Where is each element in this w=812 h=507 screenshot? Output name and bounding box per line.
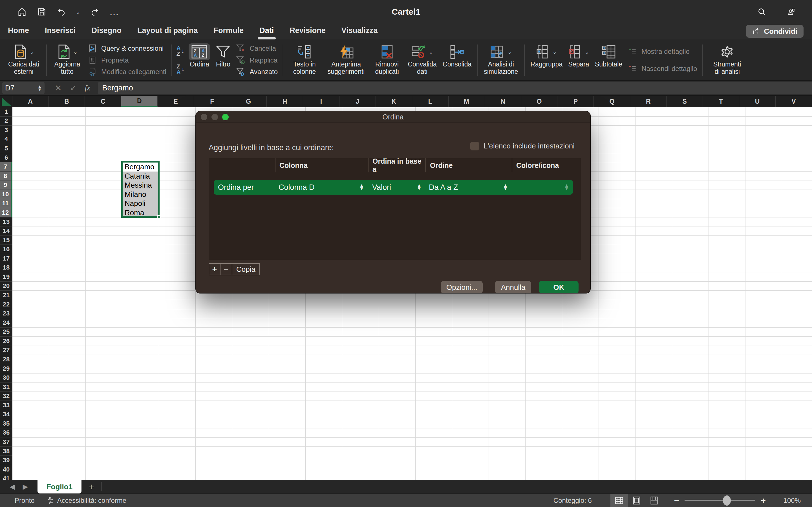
rimuovi-duplicati-button[interactable]: Rimuovi duplicati	[369, 42, 405, 78]
insert-function-icon[interactable]: fx	[85, 83, 90, 93]
redo-icon[interactable]	[89, 6, 100, 17]
row-header-23[interactable]: 23	[0, 309, 12, 318]
row-header-19[interactable]: 19	[0, 272, 12, 282]
column-header-G[interactable]: G	[231, 96, 267, 107]
row-header-10[interactable]: 10	[0, 190, 12, 199]
tab-home[interactable]: Home	[7, 24, 30, 39]
column-header-P[interactable]: P	[557, 96, 594, 107]
prev-sheet-arrow-icon[interactable]: ◀	[10, 483, 15, 491]
sort-level-row[interactable]: Ordina per Colonna D ▲▼ Valori ▲▼ Da A a…	[214, 180, 573, 194]
zoom-in-button[interactable]: +	[761, 496, 766, 505]
share-button[interactable]: Condividi	[746, 25, 804, 38]
row-header-41[interactable]: 41	[0, 474, 12, 480]
tab-visualizza[interactable]: Visualizza	[341, 24, 378, 39]
row-header-4[interactable]: 4	[0, 135, 12, 144]
name-box[interactable]: D7 ▲▼	[2, 82, 45, 94]
column-header-N[interactable]: N	[485, 96, 521, 107]
save-icon[interactable]	[36, 6, 47, 17]
row-header-17[interactable]: 17	[0, 254, 12, 263]
row-header-21[interactable]: 21	[0, 291, 12, 300]
search-icon[interactable]	[756, 6, 767, 17]
sort-az-button[interactable]: AZ↓	[176, 45, 185, 57]
row-header-13[interactable]: 13	[0, 217, 12, 227]
column-header-R[interactable]: R	[630, 96, 666, 107]
contacts-icon[interactable]	[786, 6, 797, 17]
row-header-33[interactable]: 33	[0, 401, 12, 410]
ordina-button[interactable]: ZAAZ Ordina	[186, 42, 213, 78]
column-header-K[interactable]: K	[376, 96, 412, 107]
next-sheet-arrow-icon[interactable]: ▶	[22, 483, 28, 491]
zoom-slider[interactable]	[684, 500, 755, 501]
sort-za-button[interactable]: ZA↓	[176, 64, 185, 75]
column-header-T[interactable]: T	[703, 96, 739, 107]
row-header-14[interactable]: 14	[0, 226, 12, 236]
row-header-5[interactable]: 5	[0, 144, 12, 153]
row-header-36[interactable]: 36	[0, 429, 12, 438]
cell-undefined7[interactable]: Bergamo	[122, 162, 159, 172]
copy-level-button[interactable]: Copia	[232, 263, 260, 275]
zoom-percentage[interactable]: 100%	[775, 497, 801, 504]
ok-button[interactable]: OK	[539, 281, 578, 293]
row-header-8[interactable]: 8	[0, 172, 12, 181]
row-header-7[interactable]: 7	[0, 162, 12, 172]
row-header-34[interactable]: 34	[0, 410, 12, 419]
tab-formule[interactable]: Formule	[213, 24, 245, 39]
row-header-28[interactable]: 28	[0, 355, 12, 364]
more-toolbar-icon[interactable]: …	[109, 6, 120, 17]
options-button[interactable]: Opzioni...	[441, 281, 483, 293]
add-level-button[interactable]: +	[209, 263, 220, 275]
cancel-button[interactable]: Annulla	[495, 281, 531, 293]
row-header-25[interactable]: 25	[0, 328, 12, 337]
normal-view-button[interactable]	[610, 494, 628, 507]
cell-undefined12[interactable]: Roma	[122, 208, 159, 217]
cell-undefined9[interactable]: Messina	[122, 181, 159, 190]
undo-dropdown-chevron-icon[interactable]: ⌄	[75, 8, 81, 15]
avanzato-button[interactable]: Avanzato	[236, 66, 278, 77]
page-layout-view-button[interactable]	[628, 494, 645, 507]
column-header-U[interactable]: U	[739, 96, 776, 107]
formula-input[interactable]: Bergamo	[98, 82, 812, 94]
row-header-35[interactable]: 35	[0, 419, 12, 429]
zoom-window-button[interactable]	[222, 114, 229, 120]
column-header-A[interactable]: A	[12, 96, 49, 107]
convalida-dati-button[interactable]: ⌄ Convalida dati	[405, 42, 440, 78]
column-header-I[interactable]: I	[303, 96, 340, 107]
tab-dati[interactable]: Dati	[259, 24, 274, 39]
add-sheet-button[interactable]: +	[82, 480, 101, 494]
row-header-16[interactable]: 16	[0, 245, 12, 254]
column-header-V[interactable]: V	[776, 96, 812, 107]
column-header-Q[interactable]: Q	[594, 96, 630, 107]
subtotale-button[interactable]: Subtotale	[592, 42, 625, 78]
select-all-corner[interactable]	[0, 96, 12, 107]
row-header-6[interactable]: 6	[0, 153, 12, 163]
row-header-37[interactable]: 37	[0, 438, 12, 447]
column-header-O[interactable]: O	[521, 96, 558, 107]
cell-undefined10[interactable]: Milano	[122, 190, 159, 199]
row-header-15[interactable]: 15	[0, 236, 12, 245]
strumenti-di-analisi-button[interactable]: Strumenti di analisi	[710, 42, 745, 78]
column-header-E[interactable]: E	[158, 96, 194, 107]
row-header-27[interactable]: 27	[0, 346, 12, 355]
row-header-31[interactable]: 31	[0, 383, 12, 392]
tab-revisione[interactable]: Revisione	[289, 24, 326, 39]
anteprima-suggerimenti-button[interactable]: Anteprima suggerimenti	[323, 42, 369, 78]
column-header-S[interactable]: S	[666, 96, 703, 107]
column-header-D[interactable]: D	[121, 96, 158, 107]
tab-disegno[interactable]: Disegno	[91, 24, 122, 39]
order-dropdown[interactable]: Da A a Z ▲▼	[425, 180, 512, 194]
query-connessioni-button[interactable]: Query & connessioni	[87, 43, 166, 54]
row-header-1[interactable]: 1	[0, 107, 12, 117]
sort-on-dropdown[interactable]: Valori ▲▼	[368, 180, 425, 194]
row-header-11[interactable]: 11	[0, 199, 12, 209]
row-header-9[interactable]: 9	[0, 181, 12, 190]
tab-layout-di-pagina[interactable]: Layout di pagina	[137, 24, 199, 39]
row-header-3[interactable]: 3	[0, 126, 12, 135]
minimize-window-button[interactable]	[211, 114, 218, 120]
filtro-button[interactable]: Filtro	[213, 42, 233, 78]
column-header-H[interactable]: H	[267, 96, 303, 107]
consolida-button[interactable]: Consolida	[440, 42, 474, 78]
remove-level-button[interactable]: −	[220, 263, 232, 275]
column-header-C[interactable]: C	[85, 96, 121, 107]
row-header-18[interactable]: 18	[0, 263, 12, 273]
zoom-out-button[interactable]: −	[674, 496, 679, 505]
